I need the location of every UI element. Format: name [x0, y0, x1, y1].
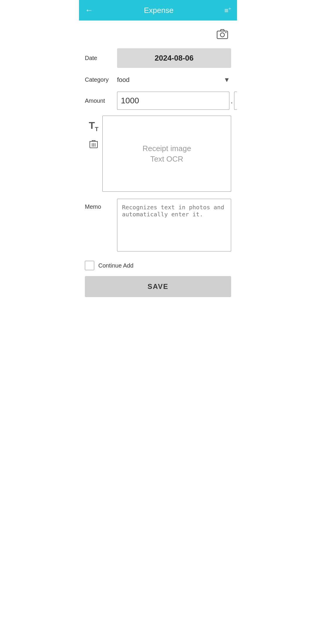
delete-ocr-button[interactable] — [89, 139, 98, 149]
continue-add-checkbox[interactable] — [85, 261, 94, 270]
ocr-icons-column: TT — [85, 116, 102, 149]
memo-label: Memo — [85, 199, 117, 210]
date-picker-button[interactable]: 2024-08-06 — [117, 48, 231, 68]
amount-decimal-input[interactable] — [234, 92, 237, 110]
svg-point-2 — [225, 32, 226, 33]
add-menu-button[interactable]: ≡+ — [224, 6, 231, 15]
camera-button[interactable] — [214, 25, 231, 44]
camera-row — [85, 25, 231, 44]
camera-icon — [216, 28, 229, 40]
continue-add-row: Continue Add — [85, 261, 231, 270]
amount-row: Amount . — [85, 92, 231, 110]
ocr-area[interactable]: Receipt imageText OCR — [102, 116, 231, 192]
ocr-placeholder-text: Receipt imageText OCR — [103, 143, 231, 165]
page-title: Expense — [93, 6, 224, 15]
memo-row: Memo — [85, 199, 231, 251]
category-select[interactable]: food transport housing entertainment hea… — [117, 76, 231, 83]
main-content: Date 2024-08-06 Category food transport … — [79, 20, 237, 302]
text-format-button[interactable]: TT — [89, 120, 99, 132]
date-label: Date — [85, 55, 117, 61]
date-row: Date 2024-08-06 — [85, 48, 231, 68]
text-format-icon: TT — [89, 120, 99, 132]
amount-inputs: . — [117, 92, 237, 110]
amount-main-input[interactable] — [117, 92, 229, 110]
add-menu-icon: ≡+ — [224, 6, 231, 15]
save-button[interactable]: SAVE — [85, 276, 231, 297]
svg-point-1 — [220, 33, 224, 37]
app-header: ← Expense ≡+ — [79, 0, 237, 20]
amount-decimal-dot: . — [231, 96, 233, 105]
memo-textarea[interactable] — [117, 199, 231, 251]
category-select-wrapper: food transport housing entertainment hea… — [117, 76, 231, 83]
amount-label: Amount — [85, 97, 117, 104]
category-label: Category — [85, 76, 117, 83]
trash-icon — [89, 139, 98, 149]
ocr-row: TT Receipt imageText OCR — [85, 116, 231, 192]
category-row: Category food transport housing entertai… — [85, 76, 231, 83]
back-button[interactable]: ← — [85, 6, 93, 14]
continue-add-label: Continue Add — [98, 262, 133, 269]
